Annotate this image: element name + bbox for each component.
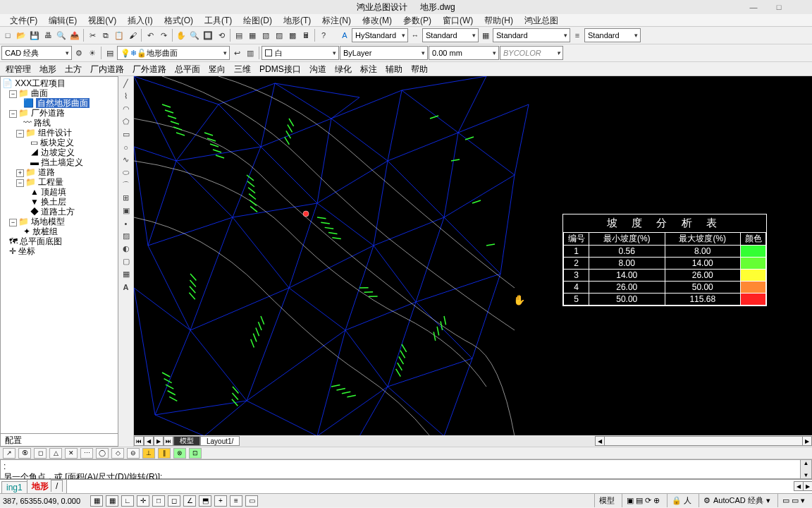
ws-gear-icon[interactable]: ⚙ [73, 47, 85, 59]
tab-pdms[interactable]: PDMS接口 [255, 62, 305, 75]
dwg-tab-2[interactable]: 地形 / [27, 479, 68, 493]
tree-natural-surface[interactable]: 🟦 自然地形曲面 [2, 98, 116, 108]
calc-icon[interactable]: 🖩 [300, 29, 312, 42]
lineweight-combo[interactable]: 0.00 mm [429, 46, 499, 60]
textstyle-icon[interactable]: A [338, 29, 351, 42]
snap-mid-icon[interactable]: △ [49, 448, 62, 459]
tab-3d[interactable]: 三维 [230, 62, 255, 75]
open-icon[interactable]: 📂 [15, 29, 27, 42]
tree-site[interactable]: −📁 场地模型 [2, 217, 116, 226]
command-line[interactable]: : 另一个角点，或 [面积(A)/尺寸(D)/旋转(R)]: ▲▼ [0, 459, 812, 479]
textstyle-combo[interactable]: HyStandard [352, 28, 408, 42]
tab-trench[interactable]: 沟道 [305, 62, 331, 75]
ellipse-icon[interactable]: ⬭ [120, 167, 133, 179]
dyn-toggle[interactable]: + [214, 495, 227, 507]
menu-help[interactable]: 帮助(H) [479, 14, 519, 26]
tab-next-icon[interactable]: ▶ [154, 436, 164, 446]
tree-exch[interactable]: ▼ 换土层 [2, 197, 116, 207]
cut-icon[interactable]: ✂ [86, 29, 99, 42]
hatch-icon[interactable]: ▨ [120, 230, 133, 242]
3dosnap-toggle[interactable]: ◻ [168, 495, 180, 507]
arc-icon[interactable]: ◠ [120, 103, 133, 115]
dwg-tab-1[interactable]: ing1 [1, 481, 27, 493]
tab-model[interactable]: 模型 [173, 436, 200, 446]
ws-sun-icon[interactable]: ☀ [86, 47, 99, 59]
tree-slopedef[interactable]: ◢ 边坡定义 [2, 147, 116, 157]
drawing-canvas[interactable]: ✋ 坡 度 分 析 表 编号 最小坡度(%) 最大坡度(%) 颜色 10.568… [134, 76, 812, 435]
workspace-combo[interactable]: CAD 经典 [1, 46, 72, 60]
save-icon[interactable]: 💾 [28, 29, 41, 42]
snap-quad-icon[interactable]: ◇ [111, 448, 124, 459]
rect-icon[interactable]: ▭ [120, 128, 133, 140]
tab-prev-icon[interactable]: ◀ [144, 436, 154, 446]
tree-root[interactable]: 📄 XXX工程项目 [2, 78, 116, 88]
gradient-icon[interactable]: ◐ [120, 243, 133, 255]
snap-toggle[interactable]: ▦ [90, 495, 103, 507]
layer-prev-icon[interactable]: ↩ [230, 47, 243, 59]
tab-annotate[interactable]: 标注 [356, 62, 381, 75]
point-icon[interactable]: • [120, 217, 133, 229]
tablestyle-icon[interactable]: ▦ [479, 29, 492, 42]
print-icon[interactable]: 🖶 [42, 29, 54, 42]
mlstyle-combo[interactable]: Standard [584, 28, 641, 42]
menu-edit[interactable]: 编辑(E) [43, 14, 82, 26]
tab-first-icon[interactable]: ⏮ [134, 436, 144, 446]
tree-route[interactable]: 〰 路线 [2, 118, 116, 128]
menu-draw[interactable]: 绘图(D) [238, 14, 278, 26]
new-icon[interactable]: □ [1, 29, 14, 42]
status-icons[interactable]: ▣ ▤ ⟳ ⊕ [622, 494, 664, 507]
help-icon[interactable]: ? [317, 29, 330, 42]
tab-inroad[interactable]: 厂内道路 [86, 62, 128, 75]
cmd-scroll-down-icon[interactable]: ▼ [804, 472, 809, 478]
maximize-button[interactable]: □ [774, 2, 784, 12]
tree-footer[interactable]: 配置 [1, 433, 118, 446]
menu-file[interactable]: 文件(F) [4, 14, 43, 26]
zoom-rt-icon[interactable]: 🔍 [188, 29, 201, 42]
menu-dim[interactable]: 标注(N) [316, 14, 357, 26]
tab-mgmt[interactable]: 程管理 [1, 62, 35, 75]
tree-block[interactable]: ▭ 板块定义 [2, 138, 116, 147]
preview-icon[interactable]: 🔍 [55, 29, 68, 42]
menu-format[interactable]: 格式(O) [159, 14, 199, 26]
tree-coord[interactable]: ✛ 坐标 [2, 246, 116, 256]
layer-combo[interactable]: 💡❄🔓地形曲面 [117, 46, 230, 60]
ssm-icon[interactable]: ▨ [273, 29, 285, 42]
snap-node-icon[interactable]: ⊗ [173, 448, 186, 459]
tab-vertical[interactable]: 竖向 [204, 62, 230, 75]
tree-surface[interactable]: −📁 曲面 [2, 88, 116, 98]
workspace-status[interactable]: ⚙ AutoCAD 经典 ▾ [699, 494, 775, 507]
menu-tool[interactable]: 工具(T) [199, 14, 238, 26]
line-icon[interactable]: ╱ [120, 78, 133, 90]
polygon-icon[interactable]: ⬠ [120, 116, 133, 128]
menu-view[interactable]: 视图(V) [82, 14, 122, 26]
menu-param[interactable]: 参数(P) [398, 14, 437, 26]
snap-end-icon[interactable]: ◻ [34, 448, 47, 459]
tree-baseplan[interactable]: 🗺 总平面底图 [2, 236, 116, 246]
tree-outroad[interactable]: −📁 厂外道路 [2, 108, 116, 118]
pline-icon[interactable]: ⌇ [120, 90, 133, 102]
insert-icon[interactable]: ⊞ [120, 192, 133, 204]
publish-icon[interactable]: 📤 [68, 29, 81, 42]
osnap-toggle[interactable]: □ [152, 495, 165, 507]
dwg-scroll-right-icon[interactable]: ▶ [803, 481, 812, 491]
tab-help[interactable]: 帮助 [407, 62, 432, 75]
polar-toggle[interactable]: ✛ [137, 495, 149, 507]
lwt-toggle[interactable]: ≡ [230, 495, 242, 507]
tab-terrain[interactable]: 地形 [35, 62, 61, 75]
snap-ext-icon[interactable]: ⋯ [80, 448, 93, 459]
snap-from-icon[interactable]: ⦿ [18, 448, 31, 459]
layer-state-icon[interactable]: ▥ [244, 47, 257, 59]
close-button[interactable] [799, 2, 809, 12]
tab-plan[interactable]: 总平面 [171, 62, 204, 75]
temp-track-icon[interactable]: ↗ [3, 448, 16, 459]
spline-icon[interactable]: ∿ [120, 154, 133, 166]
otrack-toggle[interactable]: ∠ [183, 495, 196, 507]
menu-insert[interactable]: 插入(I) [122, 14, 158, 26]
annoscale-icon[interactable]: 🔒 人 [667, 494, 696, 507]
table-icon[interactable]: ▦ [120, 268, 133, 280]
tree-retain[interactable]: ▬ 挡土墙定义 [2, 157, 116, 167]
ducs-toggle[interactable]: ⬒ [199, 495, 211, 507]
zoom-win-icon[interactable]: 🔲 [202, 29, 214, 42]
region-icon[interactable]: ▢ [120, 255, 133, 267]
dimstyle-icon[interactable]: ↔ [409, 29, 422, 42]
